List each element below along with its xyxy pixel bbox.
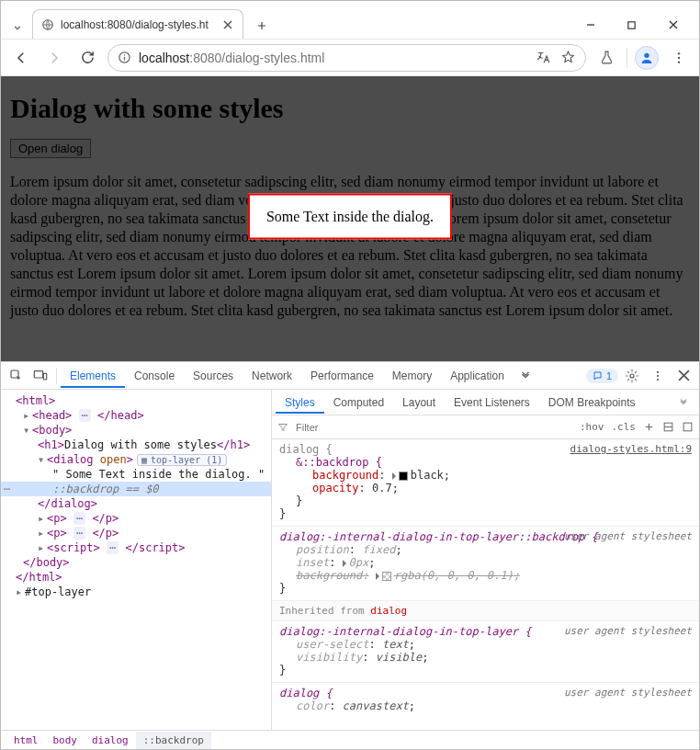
dialog: Some Text inside the dialog. [248, 194, 452, 240]
cls-toggle[interactable]: .cls [612, 421, 637, 433]
minimize-button[interactable] [570, 11, 611, 39]
close-window-button[interactable] [652, 11, 694, 39]
browser-menu-icon[interactable] [666, 45, 692, 71]
breadcrumb-item[interactable]: ::backdrop [136, 732, 211, 749]
address-bar[interactable]: localhost:8080/dialog-styles.html [107, 44, 586, 72]
new-style-rule-icon[interactable] [643, 421, 655, 433]
svg-point-14 [657, 379, 659, 381]
devtools-tabbar: Elements Console Sources Network Perform… [1, 362, 699, 390]
subtab-computed[interactable]: Computed [324, 392, 393, 414]
elements-tree[interactable]: <html> ▸<head> ⋯ </head> ▾<body> <h1>Dia… [1, 390, 272, 730]
styles-filter-bar: :hov .cls [272, 415, 699, 439]
maximize-button[interactable] [611, 11, 652, 39]
tab-application[interactable]: Application [441, 364, 514, 388]
devtools-close-icon[interactable] [672, 364, 695, 388]
filter-funnel-icon [277, 422, 288, 433]
styles-filter-input[interactable] [294, 421, 574, 434]
tab-memory[interactable]: Memory [383, 364, 441, 388]
rules-list[interactable]: dialog-styles.html:9 dialog { &::backdro… [272, 439, 699, 730]
svg-point-7 [678, 61, 680, 62]
subtabs-overflow-icon[interactable] [672, 391, 695, 415]
css-rule[interactable]: user agent stylesheet dialog:-internal-d… [272, 621, 699, 683]
translate-icon[interactable] [536, 50, 551, 65]
subtab-styles[interactable]: Styles [276, 392, 324, 414]
svg-point-13 [657, 374, 659, 376]
devtools-menu-icon[interactable] [646, 364, 670, 388]
inspect-icon[interactable] [5, 364, 28, 388]
rendering-icon[interactable] [682, 421, 694, 433]
svg-rect-1 [628, 21, 635, 28]
site-info-icon[interactable] [118, 51, 131, 64]
svg-rect-9 [34, 370, 42, 377]
labs-icon[interactable] [593, 45, 619, 71]
breadcrumb-item[interactable]: body [46, 732, 85, 749]
back-button[interactable] [8, 45, 34, 71]
tab-list-chevron[interactable] [6, 17, 28, 39]
globe-icon [40, 17, 55, 32]
rule-source-link[interactable]: dialog-styles.html:9 [570, 443, 692, 455]
settings-gear-icon[interactable] [620, 364, 644, 388]
tab-performance[interactable]: Performance [301, 364, 383, 388]
rule-source: user agent stylesheet [564, 625, 692, 637]
styles-pane: Styles Computed Layout Event Listeners D… [272, 390, 699, 730]
computed-styles-icon[interactable] [662, 421, 674, 433]
tab-console[interactable]: Console [125, 364, 184, 388]
svg-point-11 [630, 374, 634, 378]
browser-tab[interactable]: localhost:8080/dialog-styles.ht [32, 9, 243, 39]
reload-button[interactable] [74, 45, 100, 71]
hov-toggle[interactable]: :hov [580, 421, 604, 433]
titlebar: localhost:8080/dialog-styles.ht [1, 1, 699, 40]
rule-source: user agent stylesheet [564, 687, 692, 699]
tab-elements[interactable]: Elements [61, 364, 125, 388]
breadcrumb-item[interactable]: html [6, 732, 46, 749]
forward-button[interactable] [41, 45, 67, 71]
tab-network[interactable]: Network [243, 364, 301, 388]
url-text: localhost:8080/dialog-styles.html [139, 51, 324, 65]
svg-point-4 [644, 52, 649, 57]
tabs-overflow-icon[interactable] [514, 364, 537, 388]
tab-close-icon[interactable] [220, 17, 235, 32]
svg-point-12 [657, 370, 659, 372]
page-viewport: Dialog with some styles Open dialog Lore… [1, 76, 699, 361]
bookmark-star-icon[interactable] [560, 50, 576, 65]
issues-badge[interactable]: 1 [586, 369, 618, 383]
top-layer-pill[interactable]: ▦ top-layer (1) [137, 454, 227, 466]
svg-rect-10 [43, 373, 46, 380]
device-toggle-icon[interactable] [28, 364, 52, 388]
css-rule[interactable]: user agent stylesheet dialog:-internal-d… [272, 527, 699, 601]
svg-point-6 [678, 56, 680, 58]
svg-rect-16 [683, 423, 692, 431]
dialog-text: Some Text inside the dialog. [266, 209, 434, 224]
subtab-dom-breakpoints[interactable]: DOM Breakpoints [539, 392, 645, 414]
inherited-header: Inherited from dialog [272, 601, 699, 621]
rule-source: user agent stylesheet [564, 530, 692, 542]
selected-node[interactable]: ::backdrop == $0 [1, 482, 271, 496]
browser-toolbar: localhost:8080/dialog-styles.html [1, 40, 699, 76]
profile-avatar-icon[interactable] [635, 46, 659, 70]
subtab-event-listeners[interactable]: Event Listeners [445, 392, 539, 414]
elements-breadcrumb[interactable]: html body dialog ::backdrop [1, 730, 699, 750]
new-tab-button[interactable] [249, 13, 275, 39]
css-rule[interactable]: dialog-styles.html:9 dialog { &::backdro… [272, 439, 699, 527]
devtools: Elements Console Sources Network Perform… [1, 361, 699, 750]
styles-subtabs: Styles Computed Layout Event Listeners D… [272, 390, 699, 415]
css-rule[interactable]: user agent stylesheet dialog { color: ca… [272, 683, 699, 718]
breadcrumb-item[interactable]: dialog [85, 732, 136, 749]
subtab-layout[interactable]: Layout [393, 392, 445, 414]
svg-point-3 [124, 54, 126, 56]
tab-title: localhost:8080/dialog-styles.ht [61, 18, 209, 31]
window-controls [570, 11, 694, 39]
svg-point-5 [678, 52, 680, 54]
tab-sources[interactable]: Sources [184, 364, 243, 388]
